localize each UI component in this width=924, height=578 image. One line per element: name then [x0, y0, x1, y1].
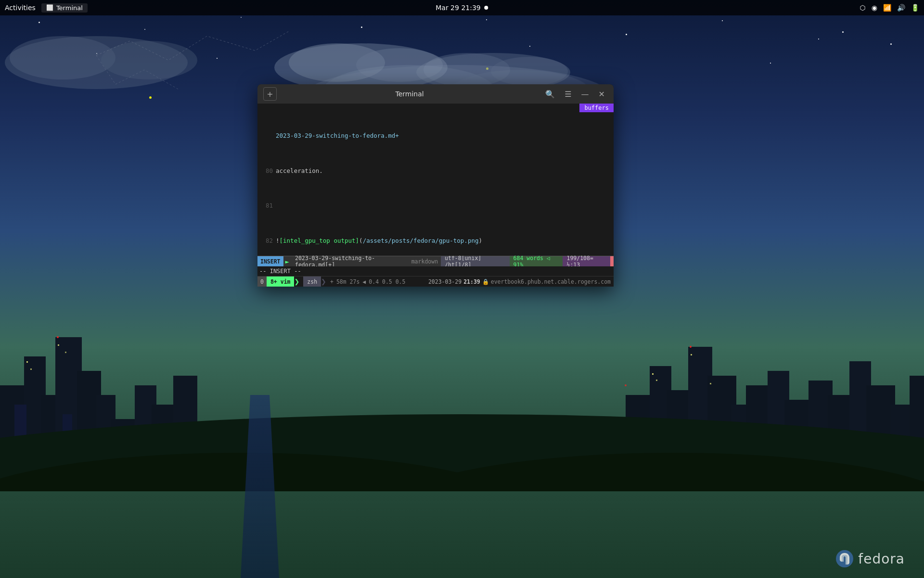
svg-rect-45 [691, 354, 692, 355]
new-tab-button[interactable]: + [263, 87, 277, 101]
tmux-lock-icon: 🔒 [482, 278, 489, 285]
insert-mode-indicator: INSERT [257, 256, 283, 266]
battery-icon[interactable]: 🔋 [911, 4, 919, 12]
titlebar-left: + [263, 87, 277, 101]
menu-button[interactable]: ☰ [562, 89, 574, 100]
notification-dot [485, 6, 488, 10]
status-arrow: ► [285, 258, 289, 265]
tmux-zsh-pane: zsh [303, 276, 321, 287]
status-wordcount: 684 words ◁ 91% [510, 256, 563, 266]
svg-rect-40 [30, 368, 32, 370]
svg-rect-44 [656, 380, 657, 381]
fedora-text-label: fedora [858, 551, 905, 567]
svg-rect-41 [58, 344, 59, 346]
tmux-info: + 58m 27s ◀ 0.4 0.5 0.5 [326, 278, 410, 285]
mode-line: -- INSERT -- [257, 266, 614, 276]
tmux-pane-number: 0 [257, 276, 267, 287]
star [361, 26, 362, 28]
tmux-plus: + [330, 278, 334, 285]
tmux-hostname: evertbook6.phub.net.cable.rogers.com [491, 278, 611, 285]
terminal-title-label: Terminal [396, 90, 424, 98]
star [890, 43, 892, 45]
svg-rect-49 [625, 384, 627, 386]
activities-button[interactable]: Activities [5, 4, 36, 12]
star [842, 31, 844, 33]
system-icon[interactable]: ◉ [872, 4, 877, 12]
star [770, 63, 771, 64]
svg-rect-48 [690, 346, 692, 348]
topbar-left: Activities ⬜ Terminal [5, 3, 88, 13]
insert-mode-text: -- INSERT -- [259, 268, 301, 275]
star [38, 22, 40, 23]
topbar: Activities ⬜ Terminal Mar 29 21:39 ⬡ ◉ 📶… [0, 0, 924, 15]
close-button[interactable]: ✕ [596, 89, 608, 100]
tmux-uptime: 58m 27s [336, 278, 359, 285]
tmux-arrow-1: ❯ [294, 277, 299, 286]
svg-rect-39 [26, 361, 28, 363]
datetime-display: Mar 29 21:39 [436, 4, 480, 12]
tmux-arrow-2: ❯ [321, 277, 326, 286]
line-80: 80 acceleration. [257, 167, 614, 175]
topbar-right: ⬡ ◉ 📶 🔊 🔋 [860, 4, 919, 12]
terminal-titlebar: + Terminal 🔍 ☰ — ✕ [257, 84, 614, 104]
svg-rect-47 [57, 336, 59, 338]
tmux-bar: 0 8+ vim ❯ zsh ❯ + 58m 27s ◀ 0.4 0.5 0.5… [257, 276, 614, 287]
status-encoding: utf-8[unix] /ht[1/8] [441, 256, 510, 266]
star [722, 20, 723, 21]
search-button[interactable]: 🔍 [542, 89, 558, 100]
terminal-content[interactable]: buffers 2023-03-29-switching-to-fedora.m… [257, 104, 614, 256]
star [529, 46, 530, 47]
tmux-load-arrow: ◀ [362, 278, 366, 285]
tmux-time: 21:39 [463, 278, 480, 285]
tmux-vim-pane: 8+ vim [267, 276, 295, 287]
svg-point-7 [10, 36, 116, 79]
svg-point-8 [101, 41, 197, 79]
status-position: 199/108= ¼:13 [563, 256, 610, 266]
terminal-tab[interactable]: ⬜ Terminal [41, 3, 88, 13]
buildings-silhouette [0, 250, 924, 491]
fedora-logo: fedora [835, 549, 905, 568]
terminal-tab-icon: ⬜ [46, 4, 53, 11]
line-82: 82 ![intel_gpu_top output](/assets/posts… [257, 236, 614, 245]
svg-point-68 [836, 550, 853, 567]
tmux-load: 0.4 0.5 0.5 [369, 278, 405, 285]
titlebar-right: 🔍 ☰ — ✕ [542, 89, 608, 100]
svg-rect-42 [65, 352, 66, 353]
star [486, 19, 487, 20]
terminal-window: + Terminal 🔍 ☰ — ✕ buffers 2023-03-29-sw… [257, 84, 614, 287]
topbar-center: Mar 29 21:39 [436, 4, 488, 12]
volume-icon[interactable]: 🔊 [897, 4, 905, 12]
line-81: 81 [257, 201, 614, 210]
minimize-button[interactable]: — [578, 89, 592, 100]
vim-status-bar: INSERT ► 2023-03-29-switching-to-fedora.… [257, 256, 614, 266]
status-filetype: markdown [409, 258, 441, 265]
star [626, 34, 627, 35]
svg-rect-43 [652, 373, 654, 375]
dropbox-icon[interactable]: ⬡ [860, 4, 866, 12]
cloud-left [0, 29, 217, 92]
fedora-icon-svg [835, 549, 854, 568]
buffers-badge: buffers [579, 104, 614, 112]
line-filename: 2023-03-29-switching-to-fedora.md+ [257, 131, 614, 140]
tmux-right: 2023-03-29 21:39 🔒 evertbook6.phub.net.c… [428, 278, 614, 285]
status-scrollbar [610, 256, 614, 266]
star [818, 39, 819, 39]
tmux-date: 2023-03-29 [428, 278, 462, 285]
terminal-text-area[interactable]: 2023-03-29-switching-to-fedora.md+ 80 ac… [257, 104, 614, 256]
terminal-tab-label: Terminal [56, 4, 83, 12]
wifi-icon[interactable]: 📶 [883, 4, 891, 12]
svg-rect-46 [710, 383, 711, 384]
